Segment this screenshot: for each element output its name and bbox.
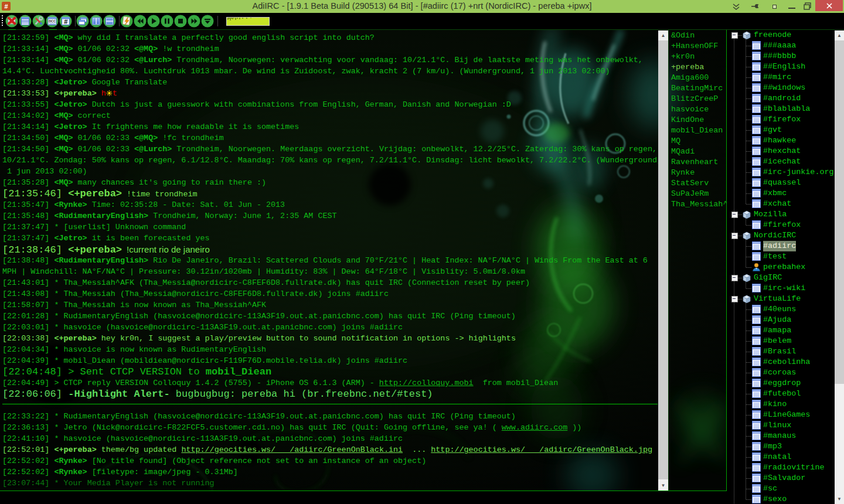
- svg-text:#: #: [64, 18, 67, 25]
- svg-text:DCC: DCC: [49, 19, 56, 23]
